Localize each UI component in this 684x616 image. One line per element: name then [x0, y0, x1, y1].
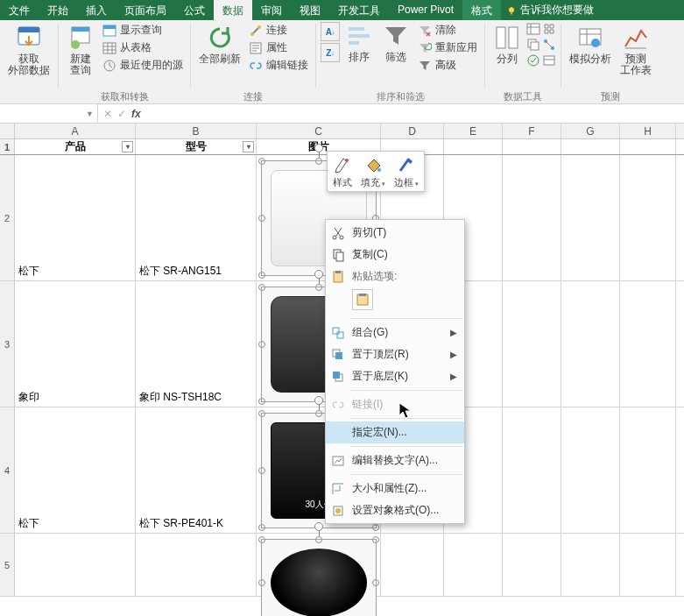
- cell-b5[interactable]: [136, 534, 257, 596]
- refresh-all-button[interactable]: 全部刷新: [195, 22, 244, 67]
- mini-style-button[interactable]: 样式: [333, 155, 352, 189]
- row-header-4[interactable]: 4: [0, 407, 15, 533]
- tab-developer[interactable]: 开发工具: [329, 0, 389, 20]
- text-to-columns-button[interactable]: 分列: [490, 22, 525, 67]
- col-header-c[interactable]: C: [257, 124, 381, 138]
- ctx-format-object[interactable]: 设置对象格式(O)...: [326, 499, 464, 521]
- resize-handle[interactable]: [258, 398, 265, 405]
- ctx-bring-front[interactable]: 置于顶层(R)▶: [326, 343, 464, 365]
- header-product[interactable]: 产品▾: [15, 139, 136, 154]
- cell-b3[interactable]: 象印 NS-TSH18C: [136, 281, 257, 407]
- forecast-sheet-button[interactable]: 预测 工作表: [617, 22, 655, 78]
- new-query-button[interactable]: 新建 查询: [63, 22, 98, 78]
- resize-handle[interactable]: [258, 524, 265, 531]
- cell-a3[interactable]: 象印: [15, 281, 136, 407]
- confirm-edit-button[interactable]: ✓: [117, 108, 126, 120]
- ctx-assign-macro[interactable]: 指定宏(N)...: [326, 421, 464, 443]
- sort-desc-button[interactable]: Z↓: [321, 43, 340, 62]
- what-if-button[interactable]: 模拟分析: [566, 22, 615, 67]
- rotate-handle[interactable]: [314, 144, 323, 152]
- resize-handle[interactable]: [315, 536, 322, 543]
- resize-handle[interactable]: [372, 536, 379, 543]
- fx-icon[interactable]: fx: [131, 108, 141, 120]
- rotate-handle[interactable]: [314, 270, 323, 279]
- tab-data[interactable]: 数据: [214, 0, 252, 20]
- mini-fill-button[interactable]: 填充▾: [361, 155, 385, 189]
- properties-button[interactable]: 属性: [246, 39, 311, 56]
- col-header-e[interactable]: E: [444, 124, 503, 138]
- mini-outline-button[interactable]: 边框▾: [394, 155, 419, 189]
- tab-home[interactable]: 开始: [39, 0, 77, 20]
- resize-handle[interactable]: [258, 272, 265, 279]
- ctx-cut[interactable]: 剪切(T): [326, 222, 464, 244]
- sort-asc-button[interactable]: A↓: [321, 22, 340, 41]
- filter-button[interactable]: 筛选: [378, 22, 413, 65]
- col-header-f[interactable]: F: [503, 124, 561, 138]
- col-header-d[interactable]: D: [381, 124, 444, 138]
- cell-b2[interactable]: 松下 SR-ANG151: [136, 155, 257, 280]
- tab-power-pivot[interactable]: Power Pivot: [389, 0, 462, 20]
- col-header-g[interactable]: G: [561, 124, 620, 138]
- col-header-a[interactable]: A: [15, 124, 136, 138]
- clear-filter-button[interactable]: 清除: [415, 22, 480, 39]
- cell-a2[interactable]: 松下: [15, 155, 136, 280]
- cell-a5[interactable]: [15, 534, 136, 596]
- row-header-5[interactable]: 5: [0, 534, 15, 596]
- col-header-h[interactable]: H: [620, 124, 676, 138]
- connections-button[interactable]: 连接: [246, 22, 311, 39]
- chevron-down-icon[interactable]: ▼: [86, 110, 94, 118]
- resize-handle[interactable]: [258, 341, 265, 348]
- col-header-b[interactable]: B: [136, 124, 257, 138]
- rotate-handle[interactable]: [314, 522, 323, 531]
- show-queries-button[interactable]: 显示查询: [100, 22, 186, 39]
- resize-handle[interactable]: [258, 467, 265, 474]
- resize-handle[interactable]: [258, 579, 265, 586]
- tab-file[interactable]: 文件: [0, 0, 39, 20]
- recent-sources-button[interactable]: 最近使用的源: [100, 57, 186, 74]
- ctx-copy[interactable]: 复制(C): [326, 244, 464, 266]
- data-validation-button[interactable]: [526, 53, 540, 67]
- advanced-filter-button[interactable]: 高级: [415, 57, 480, 74]
- ctx-size-props[interactable]: 大小和属性(Z)...: [326, 478, 464, 499]
- from-table-button[interactable]: 从表格: [100, 39, 186, 56]
- edit-links-button[interactable]: 编辑链接: [246, 57, 311, 74]
- tab-view[interactable]: 视图: [291, 0, 329, 20]
- select-all-corner[interactable]: [0, 124, 15, 138]
- resize-handle[interactable]: [258, 284, 265, 291]
- remove-duplicates-button[interactable]: [526, 38, 540, 52]
- get-data-button[interactable]: 获取 外部数据: [4, 22, 53, 78]
- tab-insert[interactable]: 插入: [77, 0, 116, 20]
- name-box[interactable]: ▼: [0, 104, 98, 124]
- cell-a4[interactable]: 松下: [15, 407, 136, 533]
- manage-data-model-button[interactable]: [542, 53, 556, 67]
- relationships-button[interactable]: [542, 38, 556, 52]
- tell-me-box[interactable]: 告诉我你想要做: [501, 0, 684, 20]
- tab-format[interactable]: 格式: [462, 0, 501, 20]
- tab-page-layout[interactable]: 页面布局: [116, 0, 175, 20]
- row-header-2[interactable]: 2: [0, 155, 15, 280]
- cell-b4[interactable]: 松下 SR-PE401-K: [136, 407, 257, 533]
- ctx-send-back[interactable]: 置于底层(K)▶: [326, 365, 464, 387]
- ctx-alt-text[interactable]: 编辑替换文字(A)...: [326, 450, 464, 471]
- tab-review[interactable]: 审阅: [252, 0, 291, 20]
- row-header-3[interactable]: 3: [0, 281, 15, 407]
- resize-handle[interactable]: [372, 524, 379, 531]
- filter-dropdown-model[interactable]: ▾: [243, 141, 254, 152]
- resize-handle[interactable]: [372, 579, 379, 586]
- resize-handle[interactable]: [258, 215, 265, 222]
- reapply-button[interactable]: 重新应用: [415, 39, 480, 56]
- cancel-edit-button[interactable]: ✕: [103, 108, 112, 120]
- paste-option-button[interactable]: [352, 289, 373, 310]
- row-header-1[interactable]: 1: [0, 139, 15, 154]
- resize-handle[interactable]: [258, 410, 265, 417]
- ctx-group[interactable]: 组合(G)▶: [326, 322, 464, 343]
- resize-handle[interactable]: [315, 284, 322, 291]
- flash-fill-button[interactable]: [526, 22, 540, 36]
- header-model[interactable]: 型号▾: [136, 139, 257, 154]
- rotate-handle[interactable]: [314, 396, 323, 405]
- resize-handle[interactable]: [258, 158, 265, 165]
- image-object-4[interactable]: [261, 539, 377, 616]
- consolidate-button[interactable]: [542, 22, 556, 36]
- resize-handle[interactable]: [315, 410, 322, 417]
- resize-handle[interactable]: [315, 158, 322, 165]
